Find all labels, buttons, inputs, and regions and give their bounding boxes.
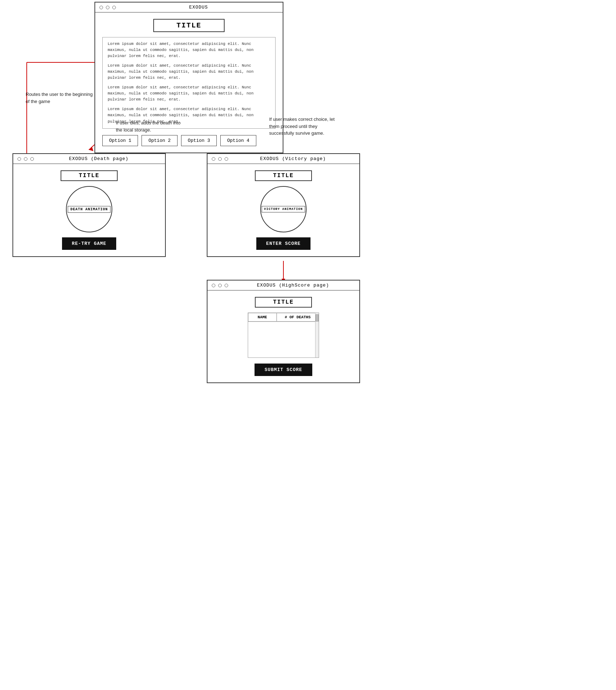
hs-dot-1: [212, 284, 215, 287]
main-game-title: TITLE: [153, 19, 225, 32]
death-animation-label: DEATH ANIMATION: [68, 206, 110, 213]
hs-col-deaths-header: # OF DEATHS: [277, 313, 319, 321]
victory-window-titlebar: EXODUS (Victory page): [207, 154, 359, 164]
annotation-death: If user dies, adds the death into the lo…: [116, 119, 187, 133]
hs-table-header: NAME # OF DEATHS: [248, 313, 319, 322]
story-para-3: Lorem ipsum dolor sit amet, consectetur …: [108, 84, 270, 103]
option-4-button[interactable]: Option 4: [220, 135, 256, 146]
annotation-victory: If user makes correct choice, let them p…: [269, 116, 340, 137]
victory-dot-1: [212, 157, 215, 161]
hs-scrollbar-thumb[interactable]: [315, 314, 319, 321]
victory-game-title: TITLE: [255, 170, 312, 181]
death-game-title: TITLE: [61, 170, 118, 181]
options-row: Option 1 Option 2 Option 3 Option 4: [102, 135, 276, 146]
highscore-window: EXODUS (HighScore page) TITLE NAME # OF …: [207, 280, 360, 383]
victory-animation-circle: VICTORY ANIMATION: [260, 186, 307, 232]
victory-window-body: TITLE VICTORY ANIMATION ENTER SCORE: [207, 164, 359, 256]
victory-animation-label: VICTORY ANIMATION: [262, 206, 306, 212]
hs-scrollbar[interactable]: [315, 313, 319, 357]
hs-table-rows: [248, 322, 319, 357]
dot-3: [112, 6, 116, 9]
submit-score-button[interactable]: SUBMIT SCORE: [255, 364, 312, 376]
highscore-table: NAME # OF DEATHS: [248, 313, 319, 358]
death-animation-circle: DEATH ANIMATION: [66, 186, 112, 232]
highscore-window-body: TITLE NAME # OF DEATHS SUBMIT SCORE: [207, 290, 359, 382]
main-window-titlebar: EXODUS: [95, 2, 283, 12]
dot-2: [106, 6, 109, 9]
annotation-start: Routes the user to the beginning of the …: [26, 91, 97, 105]
option-2-button[interactable]: Option 2: [142, 135, 177, 146]
main-window-title: EXODUS: [119, 5, 278, 10]
victory-dot-3: [225, 157, 228, 161]
hs-col-name-header: NAME: [248, 313, 277, 321]
death-dot-1: [17, 157, 21, 161]
victory-dot-2: [218, 157, 222, 161]
death-window-title: EXODUS (Death page): [37, 156, 161, 161]
death-dot-3: [30, 157, 34, 161]
dot-1: [99, 6, 103, 9]
svg-marker-4: [88, 147, 93, 151]
victory-window-title: EXODUS (Victory page): [231, 156, 355, 161]
story-box: Lorem ipsum dolor sit amet, consectetur …: [102, 37, 276, 129]
enter-score-button[interactable]: ENTER SCORE: [256, 237, 311, 250]
hs-dot-3: [225, 284, 228, 287]
hs-window-title: EXODUS (HighScore page): [231, 283, 355, 288]
highscore-window-titlebar: EXODUS (HighScore page): [207, 280, 359, 290]
hs-game-title: TITLE: [255, 297, 312, 308]
retry-button[interactable]: RE-TRY GAME: [62, 237, 117, 250]
option-1-button[interactable]: Option 1: [102, 135, 138, 146]
death-window-titlebar: EXODUS (Death page): [13, 154, 165, 164]
death-dot-2: [24, 157, 27, 161]
hs-dot-2: [218, 284, 222, 287]
option-3-button[interactable]: Option 3: [181, 135, 217, 146]
death-window-body: TITLE DEATH ANIMATION RE-TRY GAME: [13, 164, 165, 256]
death-window: EXODUS (Death page) TITLE DEATH ANIMATIO…: [12, 153, 166, 257]
victory-window: EXODUS (Victory page) TITLE VICTORY ANIM…: [207, 153, 360, 257]
story-para-2: Lorem ipsum dolor sit amet, consectetur …: [108, 63, 270, 81]
story-para-1: Lorem ipsum dolor sit amet, consectetur …: [108, 41, 270, 59]
